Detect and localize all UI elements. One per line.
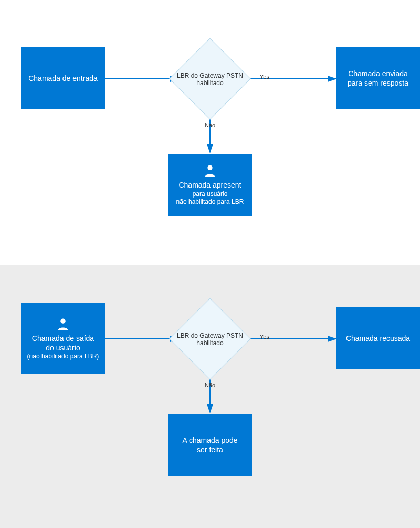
svg-point-3: [207, 165, 212, 170]
label-line2: do usuário: [46, 343, 80, 353]
label-line2: ser feita: [197, 445, 223, 454]
edge-no-bottom: Não: [205, 382, 215, 388]
label-line1: Chamada de saída: [32, 334, 94, 343]
user-icon: [203, 163, 217, 178]
decision-lbr-gateway-bottom: [169, 298, 251, 380]
node-call-can-be-made: A chamada pode ser feita: [168, 414, 252, 476]
node-incoming-call: Chamada de entrada: [21, 47, 105, 109]
label: Chamada de entrada: [28, 74, 98, 83]
label-line3: (não habilitado para LBR): [27, 353, 99, 361]
node-call-refused: Chamada recusada: [336, 307, 420, 369]
label-line1: A chamada pode: [182, 436, 237, 445]
label: Chamada recusada: [346, 334, 410, 343]
edge-yes-bottom: Yes: [260, 334, 269, 340]
panel-incoming: Chamada de entrada LBR do Gateway PSTN h…: [0, 0, 420, 265]
decision-lbr-gateway-top: [169, 38, 251, 120]
label-line1: Chamada enviada: [348, 69, 408, 78]
label-line2: para usuário: [193, 190, 228, 199]
user-icon: [56, 317, 70, 332]
node-sent-no-answer: Chamada enviada para sem resposta: [336, 47, 420, 109]
node-presented-user: Chamada apresent para usuário não habili…: [168, 154, 252, 216]
svg-point-7: [60, 318, 65, 323]
label-line3: não habilitado para LBR: [176, 198, 244, 206]
label-line1: Chamada apresent: [178, 180, 241, 190]
label-line2: para sem resposta: [348, 78, 408, 88]
panel-outgoing: Chamada de saída do usuário (não habilit…: [0, 265, 420, 528]
edge-yes-top: Yes: [260, 74, 269, 80]
edge-no-top: Não: [205, 122, 215, 128]
node-outgoing-user: Chamada de saída do usuário (não habilit…: [21, 303, 105, 374]
